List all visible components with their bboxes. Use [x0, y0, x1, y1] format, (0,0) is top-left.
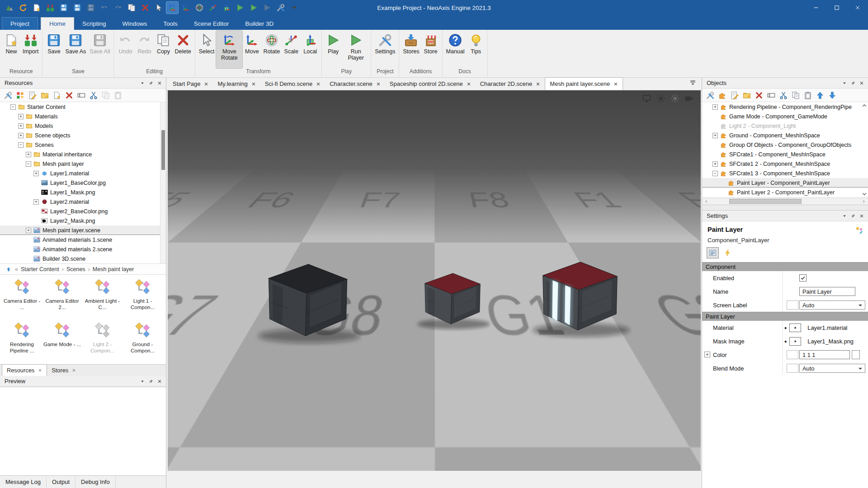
name-field[interactable]: Paint Layer: [799, 287, 855, 296]
chevron-down-icon[interactable]: [841, 80, 848, 87]
scroll-down-icon[interactable]: [862, 191, 867, 197]
chevron-right-icon[interactable]: [860, 198, 867, 205]
delete-button[interactable]: Delete: [173, 31, 193, 68]
redo-button[interactable]: Redo: [135, 31, 154, 68]
default-value-box[interactable]: [787, 300, 798, 310]
store-button[interactable]: Store: [421, 31, 440, 68]
navigate-up-icon[interactable]: [5, 266, 12, 273]
close-icon[interactable]: [156, 378, 163, 385]
breadcrumb-item[interactable]: Starter Content: [21, 266, 59, 272]
play-3-icon[interactable]: [261, 2, 273, 14]
maximize-button[interactable]: [826, 0, 847, 15]
move-rotate-icon[interactable]: [166, 2, 178, 14]
scene-viewport[interactable]: F1F2F3F4F5F6F7F8F1F2F3F4F5F6G2G3G4G5G6G7…: [168, 90, 701, 471]
copy-icon[interactable]: [790, 90, 801, 101]
rename-icon[interactable]: [766, 90, 777, 101]
lighting-icon[interactable]: [670, 94, 679, 103]
resource-grid-item[interactable]: Ambient Light - C...: [83, 278, 122, 316]
reference-expand-button[interactable]: [789, 337, 801, 346]
rotate-button[interactable]: Rotate: [261, 31, 282, 68]
tree-item[interactable]: Light 2 - Component_Light: [702, 121, 868, 131]
resource-grid-item[interactable]: Camera Editor 2...: [42, 278, 82, 316]
pin-icon[interactable]: [147, 80, 155, 87]
expander-minus-icon[interactable]: −: [712, 171, 718, 176]
tree-item[interactable]: Paint Layer 2 - Component_PaintLayer: [702, 188, 868, 197]
tree-item[interactable]: SFCrate1 - Component_MeshInSpace: [702, 150, 868, 159]
select-button[interactable]: Select: [197, 31, 217, 68]
chevron-down-icon[interactable]: [139, 80, 146, 87]
tree-item[interactable]: Builder 3D.scene: [0, 254, 166, 263]
tree-item[interactable]: +Scene objects: [0, 131, 166, 140]
scale-button[interactable]: Scale: [282, 31, 301, 68]
expander-plus-icon[interactable]: +: [704, 352, 710, 357]
chevron-down-icon[interactable]: [841, 212, 848, 220]
resource-grid-item[interactable]: Game Mode - ...: [42, 321, 82, 359]
default-value-box[interactable]: [787, 350, 798, 359]
close-icon[interactable]: [38, 368, 42, 372]
scrollbar-thumb[interactable]: [161, 130, 165, 170]
delete-icon[interactable]: [754, 90, 764, 101]
local-icon[interactable]: [221, 2, 232, 14]
copy-icon[interactable]: [126, 2, 137, 14]
close-button[interactable]: [847, 0, 868, 15]
import-button[interactable]: Import: [21, 31, 40, 68]
cut-icon[interactable]: [88, 90, 99, 101]
color-value-field[interactable]: 1 1 1: [799, 350, 850, 359]
default-value-box[interactable]: [787, 364, 798, 373]
tree-item[interactable]: −Starter Content: [0, 102, 166, 112]
chevron-down-icon[interactable]: [139, 378, 146, 385]
tree-item[interactable]: +Layer2.material: [0, 197, 166, 206]
close-icon[interactable]: [536, 82, 540, 86]
tree-item[interactable]: Layer1_Mask.png: [0, 188, 166, 197]
play-icon[interactable]: [234, 2, 246, 14]
tree-item[interactable]: +Mesh paint layer.scene: [0, 225, 166, 235]
tree-item[interactable]: Layer2_Mask.png: [0, 216, 166, 225]
import-icon[interactable]: [44, 2, 56, 14]
tree-item[interactable]: +Rendering Pipeline - Component_Renderin…: [702, 102, 868, 112]
save-button[interactable]: Save: [44, 31, 63, 68]
document-tab[interactable]: Spaceship control 2D.scene: [385, 78, 476, 90]
close-icon[interactable]: [376, 82, 381, 86]
more-icon[interactable]: [288, 2, 300, 14]
tree-item[interactable]: Group Of Objects - Component_GroupOfObje…: [702, 140, 868, 150]
document-tab[interactable]: Sci-fi Demo.scene: [260, 78, 325, 90]
close-icon[interactable]: [251, 82, 256, 86]
screen-label-dropdown[interactable]: Auto: [799, 300, 865, 310]
crate-sfcrate1-2[interactable]: [414, 268, 491, 331]
close-icon[interactable]: [858, 80, 865, 87]
menu-tab-builder-3d[interactable]: Builder 3D: [237, 17, 282, 30]
display-icon[interactable]: [642, 94, 651, 103]
new-resource-icon[interactable]: [31, 2, 42, 14]
tree-item[interactable]: −SFCrate1 3 - Component_MeshInSpace: [702, 169, 868, 178]
camera-icon[interactable]: [684, 94, 693, 103]
tree-item[interactable]: Layer2_BaseColor.png: [0, 206, 166, 216]
close-icon[interactable]: [858, 212, 865, 220]
new-button[interactable]: New: [2, 31, 21, 68]
manual-button[interactable]: Manual: [444, 31, 467, 68]
new-folder-icon[interactable]: [39, 90, 50, 101]
component-icon[interactable]: [717, 90, 728, 101]
new-resource-icon[interactable]: [52, 90, 62, 101]
breadcrumb-item[interactable]: Mesh paint layer: [93, 266, 134, 272]
tree-item[interactable]: Game Mode - Component_GameMode: [702, 112, 868, 121]
crate-sfcrate1[interactable]: [254, 257, 362, 346]
tab-list-dropdown[interactable]: [689, 79, 702, 90]
expander-minus-icon[interactable]: −: [18, 142, 24, 148]
local-button[interactable]: Local: [301, 31, 320, 68]
tree-item[interactable]: Animated materials 1.scene: [0, 235, 166, 244]
resource-grid-item[interactable]: Light 2 - Compon...: [83, 321, 122, 359]
options-icon[interactable]: [705, 90, 716, 101]
pin-icon[interactable]: [849, 80, 857, 87]
rename-icon[interactable]: [76, 90, 87, 101]
expander-plus-icon[interactable]: +: [712, 133, 718, 138]
tree-item[interactable]: −Scenes: [0, 140, 166, 150]
menu-tab-scene-editor[interactable]: Scene Editor: [186, 17, 237, 30]
run-player-button[interactable]: Run Player: [343, 31, 369, 68]
tree-item[interactable]: Animated materials 2.scene: [0, 244, 166, 254]
move-icon[interactable]: [180, 2, 192, 14]
expander-plus-icon[interactable]: +: [18, 123, 24, 129]
expander-plus-icon[interactable]: +: [26, 228, 31, 233]
color-swatch[interactable]: [852, 350, 860, 359]
enabled-checkbox[interactable]: [799, 274, 807, 282]
bottom-tab-message-log[interactable]: Message Log: [0, 476, 47, 488]
